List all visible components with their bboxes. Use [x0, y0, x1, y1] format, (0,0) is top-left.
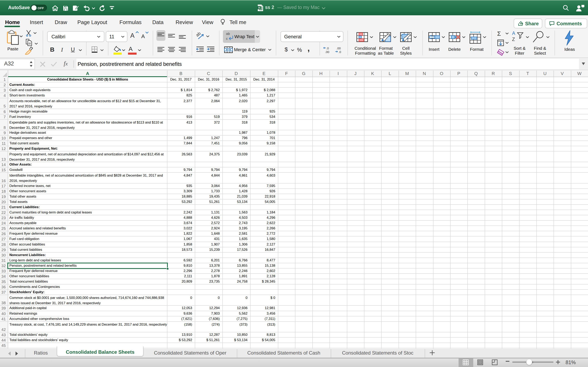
svg-text:c: c	[226, 37, 228, 41]
svg-text:.0: .0	[326, 47, 329, 50]
svg-text:.00: .00	[325, 50, 329, 54]
svg-text:A: A	[512, 31, 515, 36]
svg-text:Z: Z	[512, 37, 515, 42]
svg-text:X: X	[258, 6, 260, 9]
svg-text:ab: ab	[226, 32, 230, 36]
